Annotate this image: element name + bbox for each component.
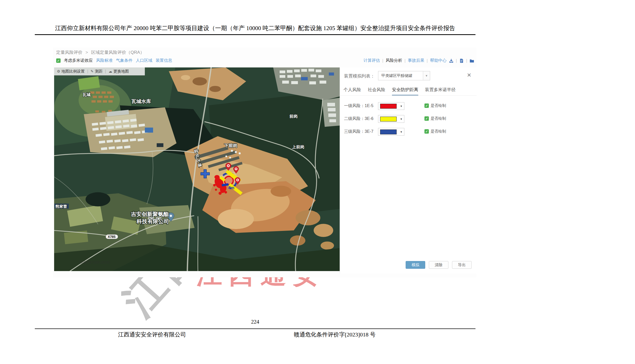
label-standard-ref: 《GB/T37243-2019》 bbox=[77, 260, 112, 264]
top-menu: 计算评估 | 风险分析 | 事故后果 | 帮助中心 | | bbox=[363, 58, 474, 63]
tab-personal-risk[interactable]: 个人风险 bbox=[344, 84, 361, 96]
label-company-line2: 科技有限公司 bbox=[136, 218, 169, 224]
risk-level1-label: 一级风险：1E-5 bbox=[344, 103, 373, 109]
panel-tabs: 个人风险 社会风险 安全防护距离 装置多米诺半径 bbox=[340, 84, 477, 96]
options-bar: ✓ 考虑多米诺效应 风险标准 气象条件 人口区域 装置信息 计算评估 | 风险分… bbox=[56, 58, 476, 65]
risk-level2-draw-toggle[interactable]: ✓ 是否绘制 bbox=[424, 116, 446, 121]
folder-icon[interactable] bbox=[470, 58, 474, 63]
risk-level3-draw-toggle[interactable]: ✓ 是否绘制 bbox=[424, 129, 446, 134]
risk-level2-color-select[interactable]: ▼ bbox=[378, 115, 404, 123]
link-risk-standard[interactable]: 风险标准 bbox=[96, 58, 113, 63]
measure-distance-label: 测距 bbox=[95, 69, 103, 74]
risk-row-level3: 三级风险：3E-7 ▼ ✓ 是否绘制 bbox=[340, 128, 477, 136]
checkbox-checked-icon: ✓ bbox=[424, 116, 429, 121]
risk-level3-swatch bbox=[380, 129, 397, 134]
simulate-button[interactable]: 模拟 bbox=[406, 261, 425, 269]
report-title: 江西仰立新材料有限公司年产 20000 吨苯二甲胺等项目建设（一期（年产 100… bbox=[35, 24, 475, 32]
risk-level2-label: 二级风险：3E-6 bbox=[344, 116, 373, 122]
map-toolbar: ⚙ 地图比例设置 ✎ 测距 ☁ 更换地图 bbox=[54, 67, 145, 75]
label-qiangang: 前岗 bbox=[289, 114, 298, 118]
menu-divider: | bbox=[382, 58, 383, 63]
clear-button[interactable]: 清除 bbox=[429, 261, 448, 269]
simulation-panel: 装置模拟列表： 甲类罐区甲醇储罐 ▼ ✕ 个人风险 社会风险 安全防护距离 装置… bbox=[340, 67, 477, 273]
device-select-value: 甲类罐区甲醇储罐 bbox=[378, 73, 423, 78]
menu-divider: | bbox=[456, 58, 457, 63]
label-reservoir: 瓦城水库 bbox=[131, 99, 151, 104]
satellite-terrain bbox=[54, 67, 340, 271]
satellite-map[interactable]: 4m bbox=[54, 67, 340, 271]
risk-level3-label: 三级风险：3E-7 bbox=[344, 129, 373, 134]
risk-level1-swatch bbox=[380, 104, 397, 109]
breadcrumb-current: 区域定量风险评价（QRA） bbox=[91, 50, 144, 55]
label-company-line1: 吉安创新聚氨酯 bbox=[131, 211, 169, 217]
pencil-icon: ✎ bbox=[91, 69, 94, 73]
device-select[interactable]: 甲类罐区甲醇储罐 ▼ bbox=[378, 71, 430, 80]
domino-checkbox-label: 考虑多米诺效应 bbox=[64, 58, 93, 63]
checkbox-checked-icon: ✓ bbox=[424, 103, 429, 108]
gears-icon: ⚙ bbox=[57, 69, 60, 73]
cloud-icon: ☁ bbox=[108, 69, 112, 73]
menu-accident-consequence[interactable]: 事故后果 bbox=[408, 58, 424, 63]
menu-divider: | bbox=[427, 58, 428, 63]
tab-social-risk[interactable]: 社会风险 bbox=[368, 84, 385, 96]
panel-actions: 模拟 清除 导出 bbox=[340, 261, 472, 269]
measure-distance-button[interactable]: ✎ 测距 bbox=[88, 69, 106, 74]
draw-label: 是否绘制 bbox=[431, 103, 446, 108]
menu-calc-evaluation[interactable]: 计算评估 bbox=[363, 58, 380, 63]
checkbox-checked-icon: ✓ bbox=[424, 129, 429, 134]
download-icon[interactable] bbox=[449, 58, 454, 63]
tab-domino-radius[interactable]: 装置多米诺半径 bbox=[425, 84, 456, 96]
risk-level1-color-select[interactable]: ▼ bbox=[378, 102, 404, 110]
risk-level3-color-select[interactable]: ▼ bbox=[378, 128, 404, 136]
menu-help-center[interactable]: 帮助中心 bbox=[430, 58, 447, 63]
link-weather[interactable]: 气象条件 bbox=[116, 58, 132, 63]
footer-company: 江西通安安全评价有限公司 bbox=[118, 331, 186, 339]
report-page: 江西 江西通安 江西仰立新材料有限公司年产 20000 吨苯二甲胺等项目建设（一… bbox=[0, 0, 635, 364]
map-scale-settings-label: 地图比例设置 bbox=[62, 69, 85, 74]
footer-certificate-number: 赣通危化条件评价字[2023]018 号 bbox=[294, 331, 375, 339]
label-wacheng: 瓦城 bbox=[82, 92, 91, 97]
road-sign-x785: X785 bbox=[106, 235, 118, 239]
label-xiaqiangang: 下前岗 bbox=[224, 143, 237, 148]
device-list-label: 装置模拟列表： bbox=[344, 73, 375, 79]
breadcrumb-root[interactable]: 定量风险评价 bbox=[56, 50, 82, 55]
menu-divider: | bbox=[404, 58, 405, 63]
switch-basemap-label: 更换地图 bbox=[113, 69, 129, 74]
risk-level1-draw-toggle[interactable]: ✓ 是否绘制 bbox=[424, 103, 446, 108]
label-xiongjia-badge: 熊家曹 bbox=[54, 204, 69, 209]
chevron-down-icon: ▼ bbox=[423, 71, 430, 80]
label-xiongjia: 熊家曹 bbox=[55, 204, 67, 209]
chevron-down-icon: ▼ bbox=[400, 105, 403, 108]
menu-risk-analysis[interactable]: 风险分析 bbox=[386, 58, 402, 63]
header-rule bbox=[35, 34, 475, 35]
risk-level2-swatch bbox=[380, 117, 397, 122]
chevron-down-icon: ▼ bbox=[400, 118, 403, 120]
satellite-map-canvas: 4m bbox=[54, 67, 340, 271]
breadcrumb-separator: > bbox=[86, 50, 88, 55]
page-number: 224 bbox=[35, 319, 475, 325]
close-icon[interactable]: ✕ bbox=[467, 72, 471, 78]
footer-rule bbox=[35, 328, 475, 329]
breadcrumb: 定量风险评价 > 区域定量风险评价（QRA） bbox=[56, 49, 144, 55]
report-icon[interactable] bbox=[459, 58, 464, 63]
draw-label: 是否绘制 bbox=[431, 129, 446, 134]
risk-row-level1: 一级风险：1E-5 ▼ ✓ 是否绘制 bbox=[340, 102, 477, 110]
chevron-down-icon: ▼ bbox=[400, 131, 403, 133]
draw-label: 是否绘制 bbox=[431, 116, 446, 121]
switch-basemap-button[interactable]: ☁ 更换地图 bbox=[106, 69, 132, 74]
menu-divider: | bbox=[466, 58, 467, 63]
panel-header: 装置模拟列表： 甲类罐区甲醇储罐 ▼ ✕ bbox=[340, 70, 477, 81]
risk-row-level2: 二级风险：3E-6 ▼ ✓ 是否绘制 bbox=[340, 115, 477, 123]
cluster-distance-label: 4m bbox=[228, 186, 234, 190]
label-shangqiangang: 上前岗 bbox=[292, 145, 304, 149]
road-sign-text: X785 bbox=[108, 235, 115, 239]
domino-checkbox[interactable]: ✓ bbox=[56, 58, 61, 63]
export-button[interactable]: 导出 bbox=[452, 261, 472, 269]
qra-app: 定量风险评价 > 区域定量风险评价（QRA） ✓ 考虑多米诺效应 风险标准 气象… bbox=[53, 48, 476, 277]
tab-safety-distance[interactable]: 安全防护距离 bbox=[392, 84, 418, 96]
link-device-info[interactable]: 装置信息 bbox=[156, 58, 172, 63]
map-scale-settings-button[interactable]: ⚙ 地图比例设置 bbox=[54, 69, 88, 74]
link-population[interactable]: 人口区域 bbox=[136, 58, 152, 63]
